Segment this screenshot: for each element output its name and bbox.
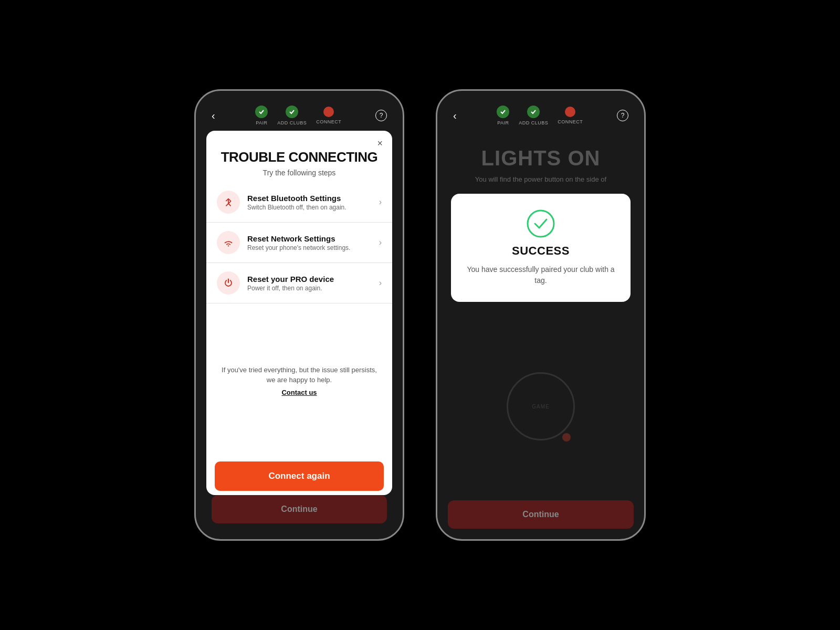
step-pair-label-1: PAIR bbox=[256, 120, 267, 125]
step-pair-1: PAIR bbox=[255, 106, 268, 125]
continue-button-1[interactable]: Continue bbox=[212, 495, 387, 523]
step-connect-icon-2 bbox=[565, 107, 575, 117]
progress-steps-1: PAIR ADD CLUBS CONNECT bbox=[222, 106, 375, 125]
reset-pro-desc: Power it off, then on again. bbox=[247, 285, 379, 292]
contact-section: If you've tried everything, but the issu… bbox=[206, 303, 392, 457]
device-image-area: GAME bbox=[443, 312, 639, 500]
step-connect-1: CONNECT bbox=[316, 107, 341, 124]
step-pair-icon-1 bbox=[255, 106, 268, 118]
reset-network-title: Reset Network Settings bbox=[247, 234, 379, 243]
contact-description: If you've tried everything, but the issu… bbox=[217, 365, 382, 385]
step-addclubs-2: ADD CLUBS bbox=[519, 106, 548, 125]
step-connect-label-2: CONNECT bbox=[558, 119, 583, 124]
wifi-icon bbox=[223, 237, 234, 248]
trouble-connecting-modal: × TROUBLE CONNECTING Try the following s… bbox=[206, 131, 392, 495]
phone-2-screen: ‹ PAIR ADD CLUBS bbox=[443, 96, 639, 534]
step-pair-label-2: PAIR bbox=[497, 120, 509, 125]
back-button-1[interactable]: ‹ bbox=[212, 110, 215, 122]
svg-point-0 bbox=[528, 211, 554, 237]
reset-network-row[interactable]: Reset Network Settings Reset your phone'… bbox=[206, 223, 392, 263]
phone1-content: × TROUBLE CONNECTING Try the following s… bbox=[201, 131, 397, 534]
power-icon bbox=[223, 277, 234, 289]
reset-bluetooth-text: Reset Bluetooth Settings Switch Bluetoot… bbox=[247, 194, 379, 211]
phone2-bg: LIGHTS ON You will find the power button… bbox=[443, 131, 639, 534]
reset-network-desc: Reset your phone's network settings. bbox=[247, 244, 379, 251]
step-addclubs-label-2: ADD CLUBS bbox=[519, 120, 548, 125]
help-button-1[interactable]: ? bbox=[375, 110, 387, 121]
modal-subtitle: Try the following steps bbox=[206, 169, 392, 177]
modal-close-button[interactable]: × bbox=[368, 131, 392, 149]
lights-on-subtitle: You will find the power button on the si… bbox=[443, 175, 639, 183]
device-circle-icon: GAME bbox=[507, 372, 575, 440]
reset-bluetooth-desc: Switch Bluetooth off, then on again. bbox=[247, 204, 379, 211]
lights-on-title: LIGHTS ON bbox=[443, 131, 639, 175]
chevron-right-icon-2: › bbox=[379, 238, 382, 247]
reset-pro-text: Reset your PRO device Power it off, then… bbox=[247, 275, 379, 292]
help-button-2[interactable]: ? bbox=[617, 110, 628, 121]
chevron-right-icon-1: › bbox=[379, 197, 382, 207]
phone-1-screen: ‹ PAIR ADD CLUBS bbox=[201, 96, 397, 534]
modal-title: TROUBLE CONNECTING bbox=[206, 149, 392, 169]
chevron-right-icon-3: › bbox=[379, 278, 382, 288]
step-addclubs-icon-1 bbox=[286, 106, 298, 118]
step-addclubs-label-1: ADD CLUBS bbox=[277, 120, 307, 125]
progress-nav-1: ‹ PAIR ADD CLUBS bbox=[201, 96, 397, 131]
bluetooth-icon bbox=[223, 196, 234, 208]
step-addclubs-1: ADD CLUBS bbox=[277, 106, 307, 125]
power-icon-circle bbox=[217, 271, 240, 295]
phone-1: ‹ PAIR ADD CLUBS bbox=[194, 89, 404, 541]
reset-bluetooth-title: Reset Bluetooth Settings bbox=[247, 194, 379, 203]
phones-container: ‹ PAIR ADD CLUBS bbox=[194, 89, 646, 541]
progress-steps-2: PAIR ADD CLUBS CONNECT bbox=[463, 106, 617, 125]
connect-again-button[interactable]: Connect again bbox=[215, 461, 384, 491]
step-pair-2: PAIR bbox=[497, 106, 509, 125]
reset-pro-row[interactable]: Reset your PRO device Power it off, then… bbox=[206, 263, 392, 303]
phone-2: ‹ PAIR ADD CLUBS bbox=[436, 89, 646, 541]
step-connect-label-1: CONNECT bbox=[316, 119, 341, 124]
success-check-icon bbox=[527, 209, 555, 238]
reset-network-text: Reset Network Settings Reset your phone'… bbox=[247, 234, 379, 251]
device-label: GAME bbox=[532, 404, 549, 410]
step-pair-icon-2 bbox=[497, 106, 509, 118]
step-connect-icon-1 bbox=[323, 107, 334, 117]
step-connect-2: CONNECT bbox=[558, 107, 583, 124]
bluetooth-icon-circle bbox=[217, 191, 240, 214]
success-card: SUCCESS You have successfully paired you… bbox=[451, 194, 631, 302]
reset-bluetooth-row[interactable]: Reset Bluetooth Settings Switch Bluetoot… bbox=[206, 182, 392, 223]
progress-nav-2: ‹ PAIR ADD CLUBS bbox=[443, 96, 639, 131]
red-indicator bbox=[562, 433, 571, 442]
success-title: SUCCESS bbox=[512, 244, 570, 258]
reset-pro-title: Reset your PRO device bbox=[247, 275, 379, 284]
continue-button-2[interactable]: Continue bbox=[448, 500, 634, 529]
success-description: You have successfully paired your club w… bbox=[464, 264, 618, 286]
back-button-2[interactable]: ‹ bbox=[453, 110, 457, 122]
wifi-icon-circle bbox=[217, 231, 240, 254]
contact-us-link[interactable]: Contact us bbox=[281, 388, 317, 396]
step-addclubs-icon-2 bbox=[527, 106, 540, 118]
